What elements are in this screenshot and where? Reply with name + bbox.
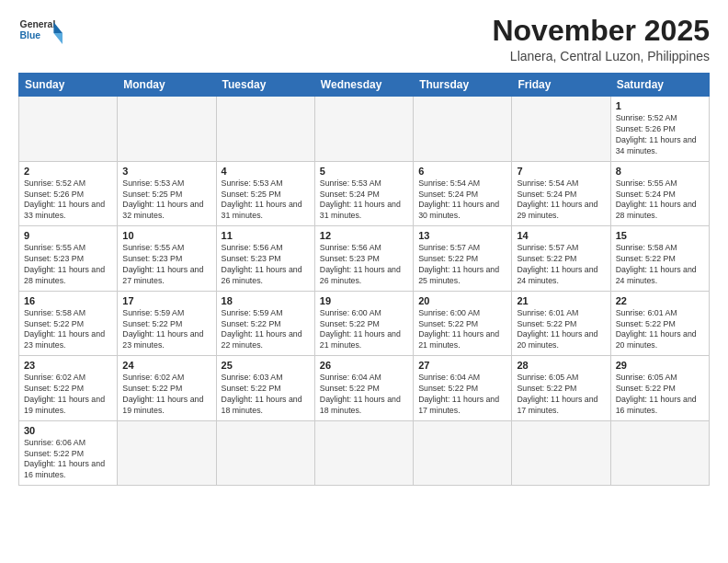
col-header-saturday: Saturday <box>610 74 709 97</box>
svg-marker-3 <box>53 33 63 44</box>
day-number: 24 <box>122 360 210 371</box>
col-header-tuesday: Tuesday <box>216 74 314 97</box>
day-number: 11 <box>222 230 310 241</box>
day-info: Sunrise: 5:59 AMSunset: 5:22 PMDaylight:… <box>222 308 310 352</box>
calendar-cell: 30Sunrise: 6:06 AMSunset: 5:22 PMDayligh… <box>19 420 118 486</box>
calendar-cell: 1Sunrise: 5:52 AMSunset: 5:26 PMDaylight… <box>610 97 709 162</box>
day-info: Sunrise: 5:53 AMSunset: 5:25 PMDaylight:… <box>222 178 310 223</box>
day-info: Sunrise: 6:05 AMSunset: 5:22 PMDaylight:… <box>517 373 605 417</box>
day-number: 19 <box>320 295 408 306</box>
day-number: 13 <box>418 230 506 241</box>
calendar-cell: 25Sunrise: 6:03 AMSunset: 5:22 PMDayligh… <box>216 356 314 421</box>
day-number: 9 <box>24 230 112 241</box>
calendar-cell: 26Sunrise: 6:04 AMSunset: 5:22 PMDayligh… <box>314 356 413 421</box>
day-number: 10 <box>122 230 210 241</box>
day-info: Sunrise: 5:53 AMSunset: 5:24 PMDaylight:… <box>320 178 408 223</box>
day-info: Sunrise: 6:04 AMSunset: 5:22 PMDaylight:… <box>320 373 408 417</box>
day-info: Sunrise: 6:06 AMSunset: 5:22 PMDaylight:… <box>24 438 112 482</box>
calendar-cell: 14Sunrise: 5:57 AMSunset: 5:22 PMDayligh… <box>512 226 610 292</box>
calendar-cell <box>19 97 118 162</box>
day-info: Sunrise: 5:55 AMSunset: 5:24 PMDaylight:… <box>616 178 704 223</box>
calendar-cell: 17Sunrise: 5:59 AMSunset: 5:22 PMDayligh… <box>118 291 216 356</box>
calendar-cell: 4Sunrise: 5:53 AMSunset: 5:25 PMDaylight… <box>216 161 314 226</box>
calendar-cell: 29Sunrise: 6:05 AMSunset: 5:22 PMDayligh… <box>610 356 709 421</box>
col-header-monday: Monday <box>118 74 216 97</box>
calendar-cell: 18Sunrise: 5:59 AMSunset: 5:22 PMDayligh… <box>216 291 314 356</box>
calendar-table: SundayMondayTuesdayWednesdayThursdayFrid… <box>18 73 710 486</box>
day-info: Sunrise: 5:58 AMSunset: 5:22 PMDaylight:… <box>24 308 112 352</box>
calendar-cell: 23Sunrise: 6:02 AMSunset: 5:22 PMDayligh… <box>19 356 118 421</box>
calendar-week-0: 1Sunrise: 5:52 AMSunset: 5:26 PMDaylight… <box>19 97 710 162</box>
calendar-cell <box>512 420 610 486</box>
calendar-week-1: 2Sunrise: 5:52 AMSunset: 5:26 PMDaylight… <box>19 161 710 226</box>
calendar-cell: 8Sunrise: 5:55 AMSunset: 5:24 PMDaylight… <box>610 161 709 226</box>
header: General Blue November 2025 Llanera, Cent… <box>18 15 710 63</box>
day-info: Sunrise: 5:54 AMSunset: 5:24 PMDaylight:… <box>418 178 506 223</box>
calendar-cell <box>414 420 512 486</box>
day-number: 1 <box>616 100 704 111</box>
day-info: Sunrise: 5:55 AMSunset: 5:23 PMDaylight:… <box>24 243 112 287</box>
calendar-cell <box>314 420 413 486</box>
calendar-week-2: 9Sunrise: 5:55 AMSunset: 5:23 PMDaylight… <box>19 226 710 292</box>
day-number: 5 <box>320 166 408 177</box>
calendar-cell <box>512 97 610 162</box>
calendar-cell: 24Sunrise: 6:02 AMSunset: 5:22 PMDayligh… <box>118 356 216 421</box>
day-number: 23 <box>24 360 112 371</box>
day-number: 27 <box>418 360 506 371</box>
day-number: 20 <box>418 295 506 306</box>
day-info: Sunrise: 6:00 AMSunset: 5:22 PMDaylight:… <box>320 308 408 352</box>
calendar-cell: 28Sunrise: 6:05 AMSunset: 5:22 PMDayligh… <box>512 356 610 421</box>
day-number: 25 <box>222 360 310 371</box>
col-header-sunday: Sunday <box>19 74 118 97</box>
day-info: Sunrise: 6:05 AMSunset: 5:22 PMDaylight:… <box>616 373 704 417</box>
day-number: 17 <box>122 295 210 306</box>
day-number: 30 <box>24 425 112 436</box>
day-number: 15 <box>616 230 704 241</box>
calendar-cell: 22Sunrise: 6:01 AMSunset: 5:22 PMDayligh… <box>610 291 709 356</box>
svg-text:Blue: Blue <box>20 30 41 40</box>
calendar-week-3: 16Sunrise: 5:58 AMSunset: 5:22 PMDayligh… <box>19 291 710 356</box>
day-info: Sunrise: 6:04 AMSunset: 5:22 PMDaylight:… <box>418 373 506 417</box>
day-info: Sunrise: 5:55 AMSunset: 5:23 PMDaylight:… <box>122 243 210 287</box>
calendar-week-5: 30Sunrise: 6:06 AMSunset: 5:22 PMDayligh… <box>19 420 710 486</box>
day-number: 22 <box>616 295 704 306</box>
day-info: Sunrise: 6:01 AMSunset: 5:22 PMDaylight:… <box>616 308 704 352</box>
day-info: Sunrise: 5:57 AMSunset: 5:22 PMDaylight:… <box>418 243 506 287</box>
day-info: Sunrise: 5:54 AMSunset: 5:24 PMDaylight:… <box>517 178 605 223</box>
day-number: 28 <box>517 360 605 371</box>
calendar-cell <box>118 97 216 162</box>
calendar-cell <box>118 420 216 486</box>
calendar-cell: 10Sunrise: 5:55 AMSunset: 5:23 PMDayligh… <box>118 226 216 292</box>
calendar-cell: 19Sunrise: 6:00 AMSunset: 5:22 PMDayligh… <box>314 291 413 356</box>
col-header-friday: Friday <box>512 74 610 97</box>
calendar-cell: 7Sunrise: 5:54 AMSunset: 5:24 PMDaylight… <box>512 161 610 226</box>
day-number: 7 <box>517 166 605 177</box>
logo: General Blue <box>18 15 63 48</box>
day-number: 29 <box>616 360 704 371</box>
calendar-cell: 2Sunrise: 5:52 AMSunset: 5:26 PMDaylight… <box>19 161 118 226</box>
calendar-cell: 13Sunrise: 5:57 AMSunset: 5:22 PMDayligh… <box>414 226 512 292</box>
day-info: Sunrise: 5:56 AMSunset: 5:23 PMDaylight:… <box>320 243 408 287</box>
svg-marker-2 <box>53 22 63 33</box>
page: General Blue November 2025 Llanera, Cent… <box>0 0 728 563</box>
day-info: Sunrise: 5:57 AMSunset: 5:22 PMDaylight:… <box>517 243 605 287</box>
month-title: November 2025 <box>492 15 710 47</box>
title-block: November 2025 Llanera, Central Luzon, Ph… <box>492 15 710 63</box>
day-number: 21 <box>517 295 605 306</box>
day-number: 4 <box>222 166 310 177</box>
day-number: 6 <box>418 166 506 177</box>
calendar-header-row: SundayMondayTuesdayWednesdayThursdayFrid… <box>19 74 710 97</box>
day-info: Sunrise: 6:03 AMSunset: 5:22 PMDaylight:… <box>222 373 310 417</box>
day-number: 18 <box>222 295 310 306</box>
logo-svg: General Blue <box>18 15 63 48</box>
day-number: 14 <box>517 230 605 241</box>
day-number: 8 <box>616 166 704 177</box>
location: Llanera, Central Luzon, Philippines <box>492 49 710 63</box>
col-header-wednesday: Wednesday <box>314 74 413 97</box>
day-number: 2 <box>24 166 112 177</box>
day-info: Sunrise: 6:00 AMSunset: 5:22 PMDaylight:… <box>418 308 506 352</box>
calendar-cell: 15Sunrise: 5:58 AMSunset: 5:22 PMDayligh… <box>610 226 709 292</box>
day-info: Sunrise: 6:02 AMSunset: 5:22 PMDaylight:… <box>122 373 210 417</box>
day-info: Sunrise: 5:56 AMSunset: 5:23 PMDaylight:… <box>222 243 310 287</box>
calendar-cell <box>216 97 314 162</box>
